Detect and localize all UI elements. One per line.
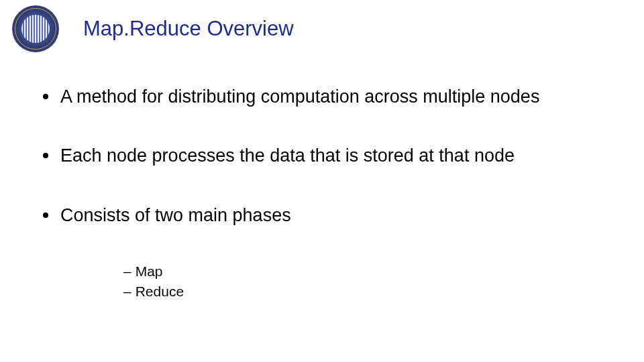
dash-icon: – xyxy=(123,262,131,280)
bullet-item: Consists of two main phases xyxy=(43,203,601,227)
bullet-item: A method for distributing computation ac… xyxy=(43,84,601,109)
sub-item: – Map xyxy=(123,262,601,280)
bullet-dot-icon xyxy=(43,153,48,158)
slide-content: A method for distributing computation ac… xyxy=(0,52,644,300)
sub-text: Map xyxy=(136,262,163,280)
sub-text: Reduce xyxy=(136,282,184,300)
sub-list: – Map – Reduce xyxy=(123,262,601,300)
bullet-dot-icon xyxy=(43,213,48,218)
bullet-item: Each node processes the data that is sto… xyxy=(43,143,601,168)
slide-title: Map.Reduce Overview xyxy=(83,17,294,41)
slide-header: Map.Reduce Overview xyxy=(0,0,644,52)
bullet-dot-icon xyxy=(43,94,48,99)
bullet-text: Consists of two main phases xyxy=(60,203,291,227)
bullet-text: Each node processes the data that is sto… xyxy=(60,143,515,168)
dash-icon: – xyxy=(123,282,131,300)
sub-item: – Reduce xyxy=(123,282,601,300)
bullet-text: A method for distributing computation ac… xyxy=(60,84,539,109)
university-logo-icon xyxy=(12,5,59,52)
